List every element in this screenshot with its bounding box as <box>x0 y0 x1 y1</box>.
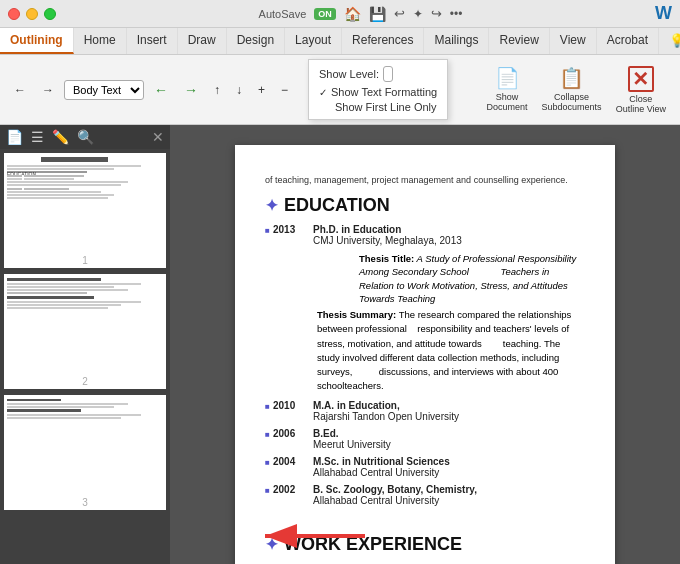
thumb-num-1: 1 <box>4 253 166 268</box>
bullet-icon: ■ <box>265 458 273 478</box>
list-icon[interactable]: ☰ <box>31 129 44 145</box>
ribbon-right-buttons: 📄 ShowDocument 📋 CollapseSubdocuments ✕ … <box>481 64 672 116</box>
autosave-label: AutoSave <box>259 8 307 20</box>
title-bar-actions: W <box>655 3 672 24</box>
show-text-formatting-label: Show Text Formatting <box>331 86 437 98</box>
education-title: EDUCATION <box>284 195 390 216</box>
thumbnail-2[interactable]: 2 <box>4 274 166 389</box>
bullet-icon: ■ <box>265 402 273 422</box>
tab-layout[interactable]: Layout <box>285 28 342 54</box>
move-up-button[interactable]: ↑ <box>208 80 226 100</box>
thumbnail-3[interactable]: 3 <box>4 395 166 510</box>
show-first-line-label: Show First Line Only <box>335 101 436 113</box>
move-down-button[interactable]: ↓ <box>230 80 248 100</box>
thesis-summary: Thesis Summary: The research compared th… <box>265 308 585 394</box>
edu-detail-2010: M.A. in Education,Rajarshi Tandon Open U… <box>313 400 585 422</box>
show-document-btn[interactable]: 📄 ShowDocument <box>481 64 534 116</box>
back-button[interactable]: ← <box>8 80 32 100</box>
collapse-button[interactable]: − <box>275 80 294 100</box>
close-outline-btn[interactable]: ✕ CloseOutline View <box>610 64 672 116</box>
title-bar: AutoSave ON 🏠 💾 ↩ ✦ ↪ ••• W <box>0 0 680 28</box>
bullet-icon: ■ <box>265 430 273 450</box>
demote-button[interactable]: → <box>178 79 204 101</box>
main-content[interactable]: of teaching, management, project managem… <box>170 125 680 564</box>
outlining-toolbar: ← → Body Text Level 1 Level 2 ← → ↑ ↓ + … <box>0 55 680 125</box>
tab-view[interactable]: View <box>550 28 597 54</box>
collapse-subdocs-label: CollapseSubdocuments <box>542 92 602 112</box>
edu-item-2013: ■ 2013 Ph.D. in EducationCMJ University,… <box>265 224 585 246</box>
tab-acrobat[interactable]: Acrobat <box>597 28 659 54</box>
red-arrow <box>255 524 375 548</box>
home-icon: 🏠 <box>344 6 361 22</box>
thumb-num-3: 3 <box>4 495 166 510</box>
undo-icon: ↩ <box>394 6 405 21</box>
edu-item-2004: ■ 2004 M.Sc. in Nutritional SciencesAlla… <box>265 456 585 478</box>
close-outline-label: CloseOutline View <box>616 94 666 114</box>
tab-review[interactable]: Review <box>489 28 549 54</box>
app-body: 📄 ☰ ✏️ 🔍 ✕ EDUCATION <box>0 125 680 564</box>
thesis-title-label: Thesis Title: <box>359 253 414 264</box>
edu-year-2006: 2006 <box>273 428 313 450</box>
autosave-toggle[interactable]: ON <box>314 8 336 20</box>
minimize-button[interactable] <box>26 8 38 20</box>
tab-design[interactable]: Design <box>227 28 285 54</box>
traffic-lights <box>8 8 56 20</box>
edu-year-2004: 2004 <box>273 456 313 478</box>
title-bar-center: AutoSave ON 🏠 💾 ↩ ✦ ↪ ••• <box>66 6 655 22</box>
more-options-icon[interactable]: ••• <box>450 7 463 21</box>
tab-home[interactable]: Home <box>74 28 127 54</box>
collapse-subdocuments-btn[interactable]: 📋 CollapseSubdocuments <box>536 64 608 116</box>
left-panel: 📄 ☰ ✏️ 🔍 ✕ EDUCATION <box>0 125 170 564</box>
show-level-label: Show Level: <box>319 68 379 80</box>
ribbon-tabs: Outlining Home Insert Draw Design Layout… <box>0 28 680 55</box>
promote-button[interactable]: ← <box>148 79 174 101</box>
edu-detail-2006: B.Ed.Meerut University <box>313 428 585 450</box>
close-button[interactable] <box>8 8 20 20</box>
education-header: ✦ EDUCATION <box>265 195 585 216</box>
maximize-button[interactable] <box>44 8 56 20</box>
show-level-select[interactable] <box>383 66 393 82</box>
edu-item-2002: ■ 2002 B. Sc. Zoology, Botany, Chemistry… <box>265 484 585 506</box>
tab-draw[interactable]: Draw <box>178 28 227 54</box>
document-icon: 📄 <box>495 66 520 90</box>
collapse-icon: 📋 <box>559 66 584 90</box>
thumb-num-2: 2 <box>4 374 166 389</box>
edu-year-2002: 2002 <box>273 484 313 506</box>
tab-references[interactable]: References <box>342 28 424 54</box>
thesis-title: Thesis Title: A Study of Professional Re… <box>307 252 585 305</box>
save-icon: 💾 <box>369 6 386 22</box>
edu-item-2010: ■ 2010 M.A. in Education,Rajarshi Tandon… <box>265 400 585 422</box>
thumbnail-list: EDUCATION 1 <box>0 149 170 564</box>
close-outline-icon: ✕ <box>628 66 654 92</box>
panel-toolbar: 📄 ☰ ✏️ 🔍 ✕ <box>0 125 170 149</box>
close-panel-icon[interactable]: ✕ <box>152 129 164 145</box>
show-panel: Show Level: ✓ Show Text Formatting Show … <box>308 59 448 120</box>
page-thumbnail-icon[interactable]: 📄 <box>6 129 23 145</box>
show-text-formatting-row: ✓ Show Text Formatting <box>319 86 437 98</box>
word-icon: W <box>655 3 672 24</box>
edu-detail-2004: M.Sc. in Nutritional SciencesAllahabad C… <box>313 456 585 478</box>
thesis-summary-label: Thesis Summary: <box>317 309 396 320</box>
check-icon: ✓ <box>319 87 327 98</box>
edu-item-2006: ■ 2006 B.Ed.Meerut University <box>265 428 585 450</box>
show-document-label: ShowDocument <box>487 92 528 112</box>
edu-year-2010: 2010 <box>273 400 313 422</box>
edu-detail-2002: B. Sc. Zoology, Botany, Chemistry,Allaha… <box>313 484 585 506</box>
more-icon: ✦ <box>413 7 423 21</box>
edu-detail-2013: Ph.D. in EducationCMJ University, Meghal… <box>313 224 585 246</box>
document-page: of teaching, management, project managem… <box>235 145 615 564</box>
bullet-icon: ■ <box>265 226 273 246</box>
forward-button[interactable]: → <box>36 80 60 100</box>
edit-icon[interactable]: ✏️ <box>52 129 69 145</box>
thumbnail-1[interactable]: EDUCATION 1 <box>4 153 166 268</box>
tab-outlining[interactable]: Outlining <box>0 28 74 54</box>
search-panel-icon[interactable]: 🔍 <box>77 129 94 145</box>
outline-level-select[interactable]: Body Text Level 1 Level 2 <box>64 80 144 100</box>
tab-lightbulb[interactable]: 💡 <box>659 28 680 54</box>
show-first-line-row: Show First Line Only <box>319 101 437 113</box>
tab-mailings[interactable]: Mailings <box>424 28 489 54</box>
edu-year-2013: 2013 <box>273 224 313 246</box>
expand-button[interactable]: + <box>252 80 271 100</box>
bullet-icon: ■ <box>265 486 273 506</box>
tab-insert[interactable]: Insert <box>127 28 178 54</box>
